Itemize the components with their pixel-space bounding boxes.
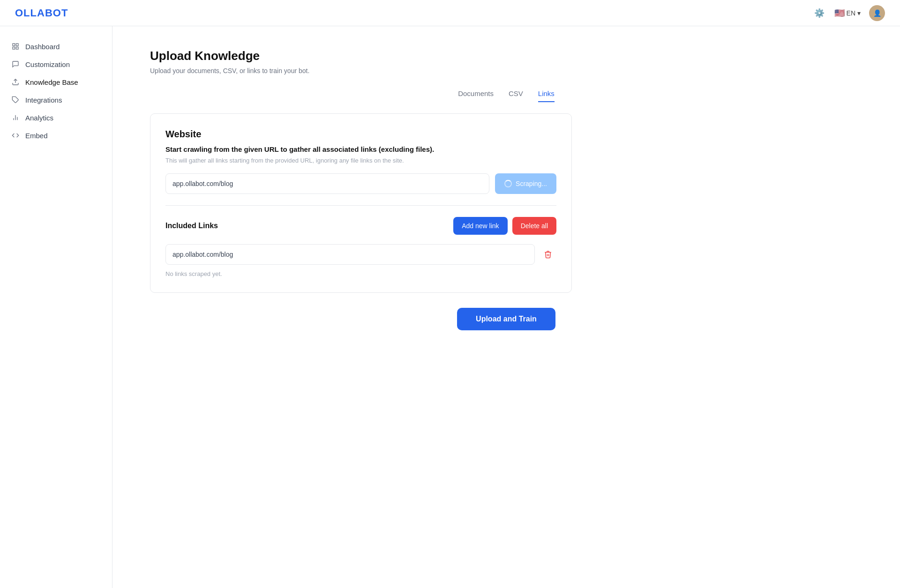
chat-icon	[11, 60, 20, 68]
flag-icon: 🇺🇸	[834, 8, 845, 18]
sidebar-item-integrations[interactable]: Integrations	[0, 91, 112, 109]
tab-documents[interactable]: Documents	[458, 89, 494, 102]
sidebar-label-knowledge-base: Knowledge Base	[25, 78, 78, 86]
sidebar-label-customization: Customization	[25, 60, 70, 68]
logo: OLLABOT	[15, 7, 68, 19]
sidebar-item-knowledge-base[interactable]: Knowledge Base	[0, 73, 112, 91]
header-right: ⚙️ 🇺🇸 EN ▾ 👤	[813, 5, 885, 21]
tab-links[interactable]: Links	[538, 89, 555, 102]
svg-rect-2	[13, 47, 15, 49]
lang-chevron-icon: ▾	[857, 9, 861, 17]
delete-link-button[interactable]	[540, 246, 556, 263]
sidebar-label-dashboard: Dashboard	[25, 43, 60, 51]
tab-csv[interactable]: CSV	[509, 89, 523, 102]
main-content: Upload Knowledge Upload your documents, …	[112, 26, 900, 588]
link-row	[165, 244, 556, 265]
website-card: Website Start crawling from the given UR…	[150, 113, 572, 293]
language-selector[interactable]: 🇺🇸 EN ▾	[834, 8, 861, 18]
bar-chart-icon	[11, 113, 20, 122]
card-description: Start crawling from the given URL to gat…	[165, 145, 556, 153]
no-links-text: No links scraped yet.	[165, 270, 556, 277]
sidebar-item-customization[interactable]: Customization	[0, 55, 112, 73]
scraping-button[interactable]: Scraping...	[495, 173, 556, 194]
delete-all-button[interactable]: Delete all	[512, 217, 556, 235]
upload-train-button[interactable]: Upload and Train	[457, 308, 555, 330]
upload-icon	[11, 78, 20, 86]
sidebar-label-integrations: Integrations	[25, 96, 62, 104]
scraping-label: Scraping...	[516, 180, 547, 187]
included-links-buttons: Add new link Delete all	[453, 217, 556, 235]
page-title: Upload Knowledge	[150, 49, 862, 63]
card-title: Website	[165, 129, 556, 140]
grid-icon	[11, 42, 20, 51]
upload-train-wrapper: Upload and Train	[150, 308, 862, 330]
url-input[interactable]	[165, 173, 489, 194]
header: OLLABOT ⚙️ 🇺🇸 EN ▾ 👤	[0, 0, 900, 26]
sidebar: Dashboard Customization Knowledge Base I…	[0, 26, 112, 588]
svg-rect-0	[13, 44, 15, 46]
tab-bar: Documents CSV Links	[150, 89, 862, 102]
sidebar-label-embed: Embed	[25, 132, 48, 140]
link-input[interactable]	[165, 244, 535, 265]
settings-icon[interactable]: ⚙️	[813, 7, 826, 20]
avatar[interactable]: 👤	[869, 5, 885, 21]
page-subtitle: Upload your documents, CSV, or links to …	[150, 67, 862, 74]
layout: Dashboard Customization Knowledge Base I…	[0, 26, 900, 588]
sidebar-item-analytics[interactable]: Analytics	[0, 109, 112, 127]
add-new-link-button[interactable]: Add new link	[453, 217, 507, 235]
svg-rect-3	[16, 47, 18, 49]
sidebar-item-dashboard[interactable]: Dashboard	[0, 37, 112, 55]
sidebar-item-embed[interactable]: Embed	[0, 127, 112, 144]
sidebar-label-analytics: Analytics	[25, 114, 53, 122]
card-hint: This will gather all links starting from…	[165, 157, 556, 164]
scraping-spinner-icon	[504, 180, 512, 187]
divider	[165, 205, 556, 206]
lang-label: EN	[847, 9, 855, 17]
included-links-header: Included Links Add new link Delete all	[165, 217, 556, 235]
svg-rect-1	[16, 44, 18, 46]
code-icon	[11, 131, 20, 140]
included-links-title: Included Links	[165, 222, 218, 230]
puzzle-icon	[11, 96, 20, 104]
url-row: Scraping...	[165, 173, 556, 194]
